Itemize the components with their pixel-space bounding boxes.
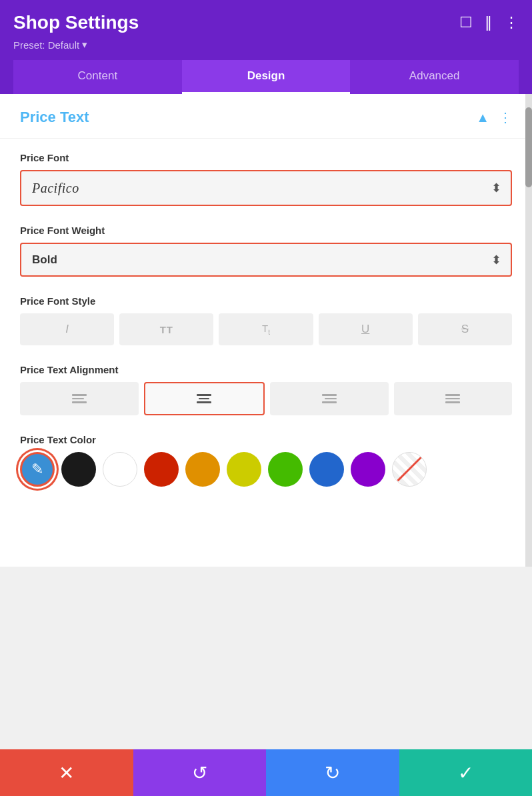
price-font-weight-label: Price Font Weight	[20, 225, 512, 236]
tab-content[interactable]: Content	[13, 60, 182, 94]
style-btn-underline[interactable]: U	[319, 313, 413, 345]
price-font-weight-select-wrapper: Bold Normal Lighter ⬍	[20, 243, 512, 277]
eyedropper-icon: ✎	[31, 461, 43, 478]
tabs: Content Design Advanced	[13, 60, 519, 94]
align-justify-icon	[445, 394, 460, 403]
confirm-button[interactable]: ✓	[399, 749, 533, 796]
tab-advanced[interactable]: Advanced	[350, 60, 519, 94]
color-swatch-blue[interactable]	[309, 452, 344, 487]
align-left-icon	[72, 394, 87, 403]
more-icon[interactable]: ⋮	[504, 14, 519, 31]
price-font-label: Price Font	[20, 152, 512, 163]
header-icons: ☐ ‖ ⋮	[459, 14, 519, 31]
header: Shop Settings ☐ ‖ ⋮ Preset: Default ▾ Co…	[0, 0, 532, 94]
color-swatch-white[interactable]	[103, 452, 137, 487]
color-swatch-purple[interactable]	[351, 452, 385, 487]
color-picker-button[interactable]: ✎	[20, 452, 55, 487]
form-content: Price Font Pacifico ⬍ Price Font Weight …	[0, 139, 532, 500]
price-font-select-wrapper: Pacifico ⬍	[20, 170, 512, 206]
color-swatch-green[interactable]	[268, 452, 303, 487]
scrollbar-track[interactable]	[525, 94, 532, 567]
section-header: Price Text ▲ ⋮	[0, 94, 532, 139]
color-swatch-orange[interactable]	[185, 452, 220, 487]
scrollbar-thumb[interactable]	[525, 107, 532, 187]
align-right-icon	[322, 394, 337, 403]
style-btn-strikethrough[interactable]: S	[418, 313, 512, 345]
price-font-style-label: Price Font Style	[20, 295, 512, 307]
page-title: Shop Settings	[13, 12, 139, 33]
style-btn-uppercase[interactable]: TT	[119, 313, 213, 345]
header-top: Shop Settings ☐ ‖ ⋮	[13, 12, 519, 33]
main-content: Price Text ▲ ⋮ Price Font Pacifico ⬍ Pri…	[0, 94, 532, 567]
align-left-button[interactable]	[20, 382, 139, 415]
preset-label[interactable]: Preset: Default ▾	[13, 39, 519, 51]
alignment-buttons	[20, 382, 512, 415]
bottom-bar: ✕ ↺ ↻ ✓	[0, 749, 532, 796]
tab-design[interactable]: Design	[182, 60, 351, 94]
align-right-button[interactable]	[270, 382, 389, 415]
align-center-icon	[197, 394, 211, 403]
price-text-alignment-label: Price Text Alignment	[20, 364, 512, 375]
price-text-color-label: Price Text Color	[20, 434, 512, 445]
section-title: Price Text	[20, 109, 89, 126]
color-swatches: ✎	[20, 452, 512, 487]
align-justify-button[interactable]	[394, 382, 513, 415]
style-btn-capitalize[interactable]: Tt	[219, 313, 313, 345]
color-swatch-yellow[interactable]	[227, 452, 261, 487]
undo-button[interactable]: ↺	[133, 749, 267, 796]
cancel-button[interactable]: ✕	[0, 749, 133, 796]
color-swatch-red[interactable]	[144, 452, 179, 487]
section-menu-icon[interactable]: ⋮	[499, 109, 512, 125]
collapse-icon[interactable]: ▲	[476, 110, 489, 125]
color-swatch-black[interactable]	[61, 452, 96, 487]
section-header-icons: ▲ ⋮	[476, 109, 512, 125]
redo-button[interactable]: ↻	[266, 749, 399, 796]
frame-icon[interactable]: ☐	[459, 14, 473, 31]
layout-icon[interactable]: ‖	[485, 14, 492, 31]
price-font-weight-select[interactable]: Bold Normal Lighter	[21, 244, 511, 275]
color-swatch-transparent[interactable]	[392, 452, 427, 487]
style-btn-italic[interactable]: I	[20, 313, 114, 345]
font-style-buttons: I TT Tt U S	[20, 313, 512, 345]
price-font-select[interactable]: Pacifico	[21, 171, 511, 205]
align-center-button[interactable]	[144, 382, 265, 415]
